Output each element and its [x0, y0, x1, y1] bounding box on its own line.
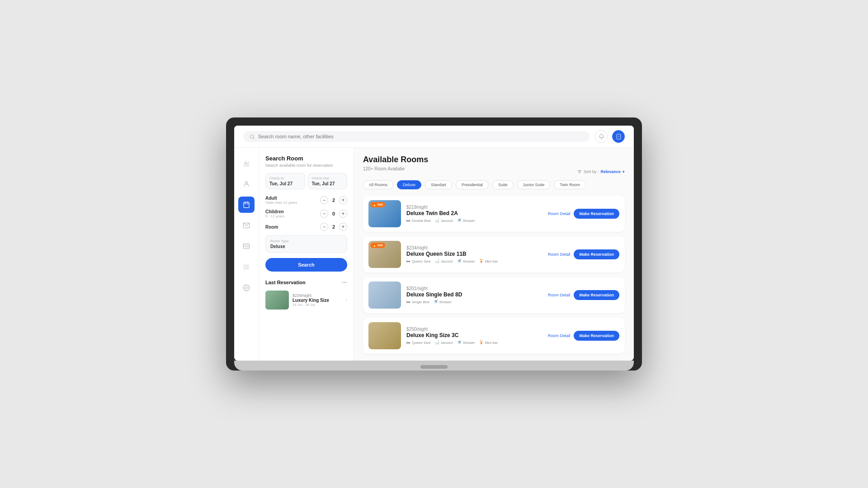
- single-bed-icon: 🛏: [406, 300, 410, 304]
- room-type-value: Deluxe: [270, 244, 342, 249]
- filter-presidential[interactable]: Presidential: [456, 180, 489, 189]
- adult-counter-row: Adult Older than 12 years − 2 +: [265, 196, 347, 205]
- filter-junior-suite[interactable]: Junior Suite: [517, 180, 551, 189]
- rooms-list: 🔥 Hot $219/night Deluxe Twin Bed 2A 🛏 Do…: [363, 196, 625, 354]
- reservation-card-image: [265, 291, 289, 310]
- room-card-image-1: 🔥 Hot: [368, 241, 401, 268]
- children-increment-btn[interactable]: +: [339, 210, 347, 218]
- make-reservation-btn-1[interactable]: Make Reservation: [574, 249, 619, 259]
- room-amenities-0: 🛏 Double Bed 🛁 Jacuzzi 🚿 Shower: [406, 218, 542, 223]
- adult-label: Adult: [265, 196, 297, 201]
- room-card-actions-0: Room Detail Make Reservation: [548, 209, 619, 219]
- svg-point-14: [244, 267, 245, 267]
- available-rooms-title: Available Rooms: [363, 155, 625, 164]
- jacuzzi-icon: 🛁: [434, 259, 439, 263]
- last-reservation-card[interactable]: $239/night Luxury King Size 24 Jul - 26 …: [265, 291, 347, 310]
- check-out-label: Check Out: [312, 176, 344, 180]
- sidebar-users[interactable]: [238, 176, 255, 192]
- check-out-box[interactable]: Check Out Tue, Jul 27: [308, 173, 348, 189]
- room-label: Room: [265, 225, 278, 230]
- adult-decrement-btn[interactable]: −: [320, 196, 328, 204]
- search-panel-subtitle: Search available room for reservation: [265, 163, 347, 168]
- room-type-box[interactable]: Room Type Deluxe: [265, 235, 347, 253]
- room-name-1: Deluxe Queen Size 11B: [406, 251, 542, 257]
- room-card-0: 🔥 Hot $219/night Deluxe Twin Bed 2A 🛏 Do…: [363, 196, 625, 232]
- amenity-single-bed: 🛏 Single Bed: [406, 300, 429, 304]
- shower-icon: 🚿: [457, 340, 462, 345]
- room-decrement-btn[interactable]: −: [320, 223, 328, 231]
- room-detail-link-3[interactable]: Room Detail: [548, 333, 571, 338]
- children-decrement-btn[interactable]: −: [320, 210, 328, 218]
- amenity-jacuzzi: 🛁 Jacuzzi: [434, 218, 453, 223]
- sort-by[interactable]: Sort by : Relevance ▾: [577, 169, 625, 174]
- check-in-box[interactable]: Check In Tue, Jul 27: [265, 173, 305, 189]
- adult-controls: − 2 +: [320, 196, 347, 204]
- filter-deluxe[interactable]: Deluxe: [397, 180, 421, 189]
- sidebar-list[interactable]: [238, 259, 255, 275]
- reservation-card-info: $239/night Luxury King Size 24 Jul - 26 …: [292, 293, 329, 307]
- amenity-shower: 🚿 Shower: [433, 300, 452, 304]
- last-reservation-header: Last Reservation ···: [265, 279, 347, 286]
- room-detail-link-2[interactable]: Room Detail: [548, 293, 571, 297]
- sidebar-settings[interactable]: [238, 280, 255, 296]
- amenity-shower: 🚿 Shower: [457, 340, 475, 345]
- room-name-0: Deluxe Twin Bed 2A: [406, 210, 542, 216]
- adult-increment-btn[interactable]: +: [339, 196, 347, 204]
- children-info: Children 0 - 12 years: [265, 209, 284, 218]
- shower-icon: 🚿: [457, 259, 462, 263]
- svg-point-16: [245, 287, 247, 289]
- room-controls: − 2 +: [320, 223, 347, 231]
- jacuzzi-icon: 🛁: [434, 340, 439, 345]
- filter-all-rooms[interactable]: All Rooms: [363, 180, 393, 189]
- room-increment-btn[interactable]: +: [339, 223, 347, 231]
- amenity-double-bed: 🛏 Double Bed: [406, 218, 431, 223]
- global-search-input[interactable]: [258, 134, 583, 139]
- reservation-dates: 24 Jul - 26 Jul: [292, 303, 329, 307]
- adult-count: 2: [331, 197, 336, 203]
- room-price-2: $201/night: [406, 286, 542, 291]
- adult-sublabel: Older than 12 years: [265, 201, 297, 205]
- reservation-price: $239/night: [292, 293, 329, 298]
- children-label: Children: [265, 209, 284, 214]
- sidebar-bed[interactable]: [238, 238, 255, 254]
- make-reservation-btn-2[interactable]: Make Reservation: [574, 290, 619, 300]
- last-reservation-more-btn[interactable]: ···: [342, 279, 347, 286]
- queen-size-icon: 🛏: [406, 340, 410, 345]
- room-card-actions-1: Room Detail Make Reservation: [548, 249, 619, 259]
- check-out-value: Tue, Jul 27: [312, 181, 344, 186]
- check-in-value: Tue, Jul 27: [269, 181, 301, 186]
- bookmark-icon-btn[interactable]: [612, 130, 625, 143]
- amenity-shower: 🚿 Shower: [457, 218, 475, 223]
- svg-point-13: [244, 265, 245, 266]
- mini-bar-icon: 🍹: [479, 340, 484, 345]
- room-price-0: $219/night: [406, 205, 542, 210]
- room-counter-row: Room − 2 +: [265, 223, 347, 231]
- children-counter-row: Children 0 - 12 years − 0 +: [265, 209, 347, 218]
- filter-suite[interactable]: Suite: [492, 180, 514, 189]
- sidebar-calendar[interactable]: [238, 197, 255, 213]
- sidebar-analytics[interactable]: [238, 155, 255, 171]
- room-detail-link-0[interactable]: Room Detail: [548, 211, 571, 216]
- main-content: Available Rooms 120+ Room Availabe Sort …: [354, 148, 634, 361]
- amenity-queen-size: 🛏 Queen Size: [406, 340, 431, 345]
- sidebar: [234, 148, 259, 361]
- room-card-image-0: 🔥 Hot: [368, 200, 401, 227]
- mini-bar-icon: 🍹: [479, 259, 484, 263]
- sidebar-mail[interactable]: [238, 217, 255, 234]
- rooms-count: 120+ Room Availabe: [363, 166, 405, 171]
- global-search-bar[interactable]: [243, 131, 590, 142]
- notification-bell[interactable]: [595, 130, 608, 143]
- svg-point-15: [244, 268, 245, 269]
- hot-badge: 🔥 Hot: [370, 202, 385, 207]
- last-reservation-title-text: Last Reservation: [265, 280, 306, 285]
- room-card-body-1: $234/night Deluxe Queen Size 11B 🛏 Queen…: [406, 245, 542, 263]
- make-reservation-btn-3[interactable]: Make Reservation: [574, 331, 619, 341]
- filter-twin-room[interactable]: Twin Room: [554, 180, 586, 189]
- search-panel: Search Room Search available room for re…: [259, 148, 354, 361]
- room-detail-link-1[interactable]: Room Detail: [548, 252, 571, 257]
- search-button[interactable]: Search: [265, 258, 347, 272]
- filter-standart[interactable]: Standart: [425, 180, 452, 189]
- make-reservation-btn-0[interactable]: Make Reservation: [574, 209, 619, 219]
- amenity-queen-size: 🛏 Queen Size: [406, 259, 431, 263]
- room-name-2: Deluxe Single Bed 8D: [406, 291, 542, 298]
